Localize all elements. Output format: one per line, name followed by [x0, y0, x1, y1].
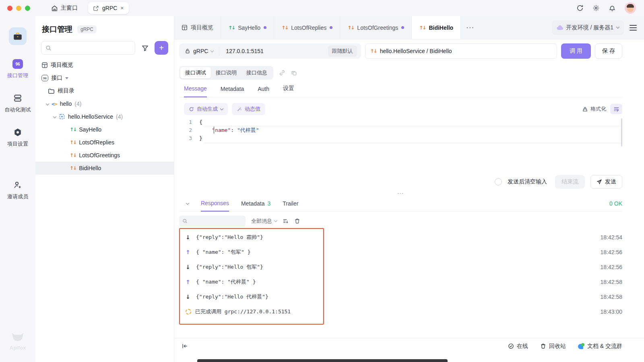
end-stream-button[interactable]: 结束流 [555, 175, 585, 189]
word-wrap-toggle[interactable] [610, 104, 622, 114]
message-time: 18:42:54 [601, 234, 623, 241]
more-tabs-icon[interactable]: ··· [461, 16, 480, 39]
add-button[interactable]: + [155, 41, 168, 55]
sidebar-item-invite-members[interactable]: 邀请成员 [7, 180, 28, 200]
tab-message[interactable]: Message [184, 85, 207, 97]
response-filter-bar: 全部消息 [179, 216, 622, 226]
tab-lotsofgreetings[interactable]: ↑↓ LotsOfGreetings [340, 16, 412, 39]
copy-icon[interactable] [291, 70, 297, 76]
clear-after-send-checkbox[interactable] [495, 178, 502, 185]
tree-item-project-overview[interactable]: 项目概览 [35, 59, 174, 72]
tab-sayhello[interactable]: ↑↓ SayHello [221, 16, 274, 39]
doc-tab-label: gRPC [102, 5, 117, 11]
tree-item-method-sayhello[interactable]: ↑↓ SayHello [35, 123, 174, 136]
bell-icon[interactable] [609, 4, 616, 12]
search-input[interactable] [41, 41, 135, 55]
stream-message-row[interactable]: ↓ {"reply":"Hello 霜帅"} 18:42:54 [179, 230, 622, 245]
send-button[interactable]: 发送 [590, 175, 622, 189]
sidebar-item-automated-testing[interactable]: 自动化测试 [5, 93, 31, 113]
settings-nut-icon [12, 127, 23, 138]
server-address-value[interactable]: 127.0.0.1:5151 [219, 48, 328, 54]
call-finished-icon [186, 309, 191, 315]
tab-settings[interactable]: 设置 [283, 85, 294, 97]
tree-item-method-lotsofgreetings[interactable]: ↑↓ LotsOfGreetings [35, 149, 174, 162]
tab-project-overview[interactable]: 项目概览 [174, 16, 221, 39]
tab-lotsofreplies[interactable]: ↑↓ LotsOfReplies [274, 16, 340, 39]
tab-auth[interactable]: Auth [258, 86, 269, 97]
method-path-input[interactable]: ↑↓ hello.HelloService / BidiHello [365, 43, 557, 59]
api-tree: 项目概览 96 接口 根目录 <> hello (4) [35, 59, 174, 175]
grpc-doc-tab[interactable]: gRPC × [88, 2, 129, 14]
tree-item-method-bidihello[interactable]: ↑↓ BidiHello [35, 162, 174, 175]
trash-icon[interactable] [294, 218, 300, 224]
tree-item-hello-service[interactable]: hello.HelloService (4) [35, 110, 174, 123]
clear-after-send-label: 发送后清空输入 [508, 178, 547, 185]
refresh-icon[interactable] [576, 4, 584, 12]
response-search-input[interactable] [179, 216, 246, 226]
message-time: 18:42:56 [601, 249, 623, 255]
stream-message-row[interactable]: ↑ { "name": "包军" } 18:42:56 [179, 245, 622, 259]
sort-icon[interactable] [283, 218, 289, 224]
recycle-bin-button[interactable]: 回收站 [540, 343, 566, 350]
tab-api-debug[interactable]: 接口调试 [180, 67, 211, 78]
close-window-button[interactable] [7, 6, 12, 11]
text-cursor [214, 127, 214, 134]
docs-community-button[interactable]: 文档 & 交流群 [578, 343, 622, 350]
titlebar: 主窗口 gRPC × [0, 0, 644, 16]
tree-item-method-lotsofreplies[interactable]: ↑↓ LotsOfReplies [35, 136, 174, 149]
response-tabs: Responses Metadata 3 Trailer 0 OK [179, 196, 622, 212]
rail-label: 接口管理 [7, 72, 28, 79]
main-window-button[interactable]: 主窗口 [51, 4, 78, 12]
follow-default-badge[interactable]: 跟随默认 [328, 45, 357, 57]
close-tab-icon[interactable]: × [120, 5, 124, 11]
message-text: 已完成调用 grpc://127.0.0.1:5151 [195, 308, 291, 315]
tree-item-api-group[interactable]: 96 接口 [35, 72, 174, 84]
dynamic-value-button[interactable]: 动态值 [232, 103, 265, 115]
link-icon[interactable] [279, 70, 285, 76]
online-status[interactable]: 在线 [508, 343, 528, 350]
tab-trailer[interactable]: Trailer [283, 200, 298, 211]
message-text: {"reply":"Hello 霜帅"} [196, 234, 263, 241]
tree-item-proto-hello[interactable]: <> hello (4) [35, 97, 174, 110]
sidebar-item-api-management[interactable]: 96 接口管理 [7, 59, 28, 79]
filter-icon[interactable] [139, 42, 151, 53]
environment-selector[interactable]: 开发环境 / 服务器1 [552, 21, 624, 35]
editor-scrollbar[interactable] [621, 118, 622, 146]
environment-icon [557, 25, 563, 30]
stream-message-row[interactable]: ↑ { "name": "代梓晨" } 18:42:58 [179, 274, 622, 289]
search-icon [45, 45, 52, 51]
auto-generate-button[interactable]: 自动生成 [184, 103, 228, 115]
sent-arrow-icon: ↑ [186, 279, 191, 285]
tree-item-root-folder[interactable]: 根目录 [35, 84, 174, 97]
current-line-border [204, 143, 621, 143]
pane-resize-handle[interactable]: ··· [179, 190, 622, 196]
menu-icon[interactable] [630, 25, 637, 31]
minimize-window-button[interactable] [16, 6, 21, 11]
tab-bidihello[interactable]: ↑↓ BidiHello [412, 16, 461, 39]
tab-api-info[interactable]: 接口信息 [242, 67, 272, 78]
stream-message-row[interactable]: ↓ {"reply":"Hello 代梓晨"} 18:42:58 [179, 289, 622, 304]
grpc-status-badge: 0 OK [609, 200, 622, 211]
project-avatar[interactable] [9, 27, 27, 45]
user-avatar[interactable] [625, 2, 636, 14]
message-type-filter[interactable]: 全部消息 [251, 218, 277, 225]
api-tree-panel: 接口管理 gRPC + 项目概览 96 接口 [35, 16, 174, 362]
stream-message-row[interactable]: 已完成调用 grpc://127.0.0.1:5151 18:43:00 [179, 304, 622, 319]
save-button[interactable]: 保存 [595, 43, 622, 59]
collapse-response-icon[interactable] [186, 201, 189, 204]
maximize-window-button[interactable] [25, 6, 30, 11]
dock-bar [197, 359, 448, 362]
protocol-select[interactable]: gRPC [179, 47, 219, 56]
tab-metadata[interactable]: Metadata [221, 86, 244, 97]
format-button[interactable]: 格式化 [582, 105, 606, 113]
tab-response-metadata[interactable]: Metadata 3 [241, 200, 270, 211]
gear-icon[interactable] [592, 4, 600, 12]
tab-responses[interactable]: Responses [201, 200, 229, 212]
collapse-sidebar-icon[interactable] [182, 343, 188, 350]
json-body-editor[interactable]: 1 { 2 "name": "代梓晨" 3 } [179, 118, 622, 172]
tab-api-description[interactable]: 接口说明 [211, 67, 242, 78]
invoke-button[interactable]: 调用 [561, 43, 591, 59]
sidebar-item-project-settings[interactable]: 项目设置 [7, 127, 28, 148]
stream-message-row[interactable]: ↓ {"reply":"Hello 包军"} 18:42:56 [179, 259, 622, 274]
json-key: "name" [212, 126, 231, 134]
